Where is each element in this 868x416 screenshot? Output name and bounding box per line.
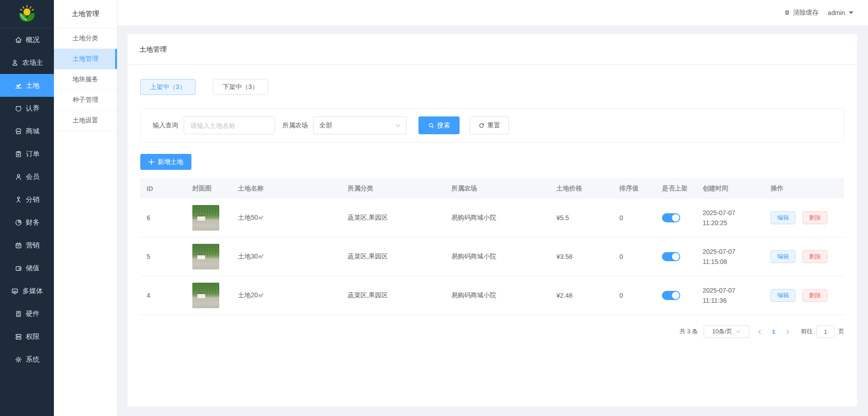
- sidebar-item-hardware[interactable]: 硬件: [0, 302, 54, 325]
- sidebar-item-permissions[interactable]: 权限: [0, 325, 54, 348]
- table-row: 4 土地20㎡ 蔬菜区,果园区 易购码商城小院 ¥2.48 0 2025-07-…: [140, 276, 844, 315]
- prev-page-button[interactable]: [755, 325, 765, 338]
- col-farm: 所属农场: [451, 184, 556, 193]
- sidebar-item-label: 农场主: [22, 58, 43, 67]
- add-land-label: 新增土地: [158, 158, 183, 166]
- land-cover-image[interactable]: [192, 244, 219, 269]
- col-id: ID: [147, 185, 192, 192]
- username: admin: [828, 9, 845, 16]
- table-header-row: ID 封面图 土地名称 所属分类 所属农场 土地价格 排序值 是否上架 创建时间…: [140, 178, 844, 199]
- land-cover-image[interactable]: [192, 283, 219, 308]
- user-menu[interactable]: admin: [828, 9, 853, 16]
- sidebar-item-label: 财务: [26, 218, 40, 227]
- created-time: 11:20:25: [703, 218, 771, 228]
- land-farm: 易购码商城小院: [451, 291, 556, 300]
- page-number[interactable]: 1: [770, 328, 777, 335]
- clear-cache-button[interactable]: 清除缓存: [784, 9, 819, 17]
- submenu-item-land-settings[interactable]: 土地设置: [54, 111, 117, 131]
- sidebar-item-members[interactable]: 会员: [0, 165, 54, 188]
- animal-face-icon: [15, 105, 22, 112]
- sidebar-item-marketing[interactable]: 营销: [0, 234, 54, 257]
- on-shelf-toggle[interactable]: [662, 252, 680, 261]
- created-time: 11:11:36: [703, 295, 771, 305]
- sidebar-nav: 概况 农场主 土地 认养 商城 订单: [0, 28, 54, 371]
- created-date: 2025-07-07: [703, 208, 771, 218]
- col-sort: 排序值: [619, 184, 662, 193]
- sidebar-item-overview[interactable]: 概况: [0, 28, 54, 51]
- sidebar-item-farmer[interactable]: 农场主: [0, 51, 54, 74]
- sidebar-item-mall[interactable]: 商城: [0, 120, 54, 142]
- delete-button[interactable]: 删除: [803, 289, 827, 302]
- network-icon: [15, 196, 22, 204]
- goto-page-input[interactable]: [816, 325, 835, 338]
- land-price: ¥3.58: [556, 253, 619, 260]
- secondary-sidebar: 土地管理 土地分类 土地管理 地块服务 种子管理 土地设置: [54, 0, 117, 416]
- farm-label: 所属农场: [282, 121, 308, 130]
- total-count: 共 3 条: [679, 327, 698, 336]
- land-name: 土地30㎡: [238, 253, 348, 261]
- on-shelf-toggle[interactable]: [662, 213, 680, 222]
- sidebar-item-stored-value[interactable]: 储值: [0, 257, 54, 279]
- sidebar-item-land[interactable]: 土地: [0, 74, 54, 97]
- sidebar-item-orders[interactable]: 订单: [0, 142, 54, 165]
- query-label: 输入查询: [153, 121, 178, 130]
- sidebar-item-adoption[interactable]: 认养: [0, 97, 54, 120]
- refresh-icon: [478, 122, 485, 129]
- search-bar: 输入查询 所属农场 全部 搜索 重置: [140, 108, 844, 142]
- sidebar-item-distribution[interactable]: 分销: [0, 188, 54, 211]
- page-size-select[interactable]: 10条/页: [704, 325, 749, 338]
- edit-button[interactable]: 编辑: [771, 211, 795, 224]
- house-shape: [197, 255, 205, 259]
- land-name-input[interactable]: [184, 116, 275, 134]
- created-time-cell: 2025-07-07 11:11:36: [703, 285, 771, 305]
- next-page-button[interactable]: [783, 325, 793, 338]
- app-layout: 概况 农场主 土地 认养 商城 订单: [0, 0, 868, 416]
- main-content: 土地管理 上架中（3） 下架中（3） 输入查询 所属农场 全部: [117, 26, 868, 416]
- col-category: 所属分类: [348, 184, 451, 193]
- edit-button[interactable]: 编辑: [771, 289, 795, 302]
- main-sidebar: 概况 农场主 土地 认养 商城 订单: [0, 0, 54, 416]
- calendar-icon: [15, 242, 22, 249]
- home-icon: [15, 36, 22, 44]
- reset-button[interactable]: 重置: [470, 116, 509, 134]
- sidebar-item-finance[interactable]: 财务: [0, 211, 54, 234]
- submenu-item-plot-service[interactable]: 地块服务: [54, 69, 117, 90]
- add-land-button[interactable]: 新增土地: [140, 154, 191, 170]
- sidebar-item-system[interactable]: 系统: [0, 348, 54, 371]
- delete-button[interactable]: 删除: [803, 250, 827, 263]
- user-icon: [15, 173, 22, 181]
- layers-icon: [15, 333, 22, 341]
- sidebar-item-label: 认养: [26, 104, 40, 113]
- farm-select[interactable]: 全部: [313, 116, 407, 134]
- tab-off-shelf[interactable]: 下架中（3）: [213, 79, 268, 95]
- on-shelf-toggle[interactable]: [662, 291, 680, 300]
- land-cover-image[interactable]: [192, 205, 219, 231]
- farm-logo-icon: [16, 4, 37, 25]
- land-id: 4: [147, 292, 192, 299]
- delete-button[interactable]: 删除: [803, 211, 827, 224]
- tab-on-shelf[interactable]: 上架中（3）: [140, 79, 196, 95]
- house-shape: [197, 294, 205, 298]
- search-button[interactable]: 搜索: [418, 116, 460, 134]
- edit-button[interactable]: 编辑: [771, 250, 795, 263]
- col-name: 土地名称: [238, 184, 348, 193]
- submenu-item-land-management[interactable]: 土地管理: [54, 49, 117, 69]
- goto-label: 前往: [801, 327, 813, 336]
- land-sort: 0: [619, 253, 662, 260]
- clear-cache-icon: [784, 10, 790, 16]
- sidebar-item-label: 会员: [26, 173, 40, 181]
- breadcrumb: 土地管理: [127, 34, 857, 65]
- submenu-item-land-category[interactable]: 土地分类: [54, 28, 117, 49]
- land-category: 蔬菜区,果园区: [348, 214, 451, 222]
- chevron-down-icon: [849, 11, 853, 14]
- sidebar-item-media[interactable]: 多媒体: [0, 279, 54, 302]
- land-name: 土地20㎡: [238, 291, 348, 300]
- app-logo[interactable]: [0, 0, 54, 28]
- submenu-item-seed-management[interactable]: 种子管理: [54, 90, 117, 111]
- clipboard-icon: [15, 150, 22, 158]
- sidebar-item-label: 订单: [26, 150, 40, 158]
- table-row: 6 土地50㎡ 蔬菜区,果园区 易购码商城小院 ¥5.5 0 2025-07-0…: [140, 199, 844, 237]
- farm-select-value: 全部: [319, 121, 332, 130]
- col-on-shelf: 是否上架: [662, 184, 703, 193]
- wallet-icon: [15, 264, 22, 272]
